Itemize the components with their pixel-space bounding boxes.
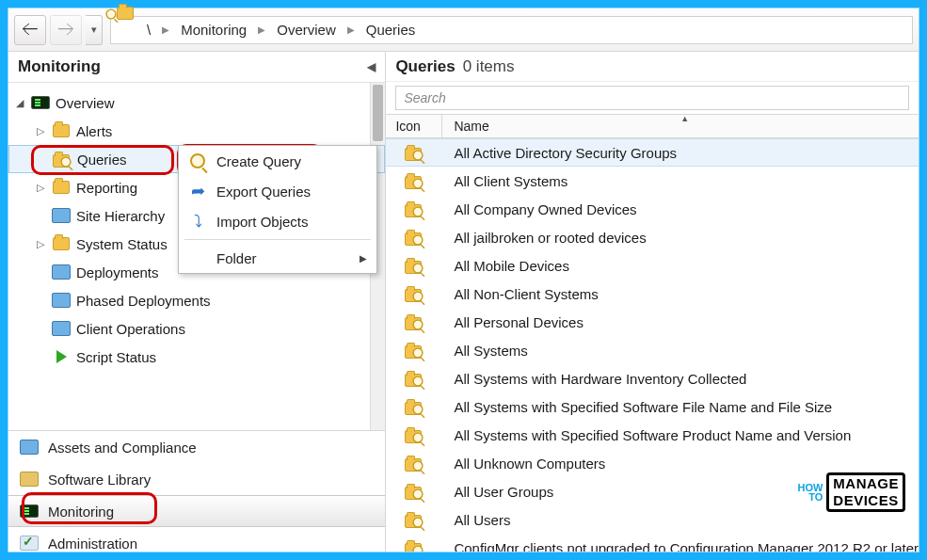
list-item[interactable]: All Active Directory Security Groups [386, 138, 919, 167]
chevron-right-icon: ▶ [256, 24, 267, 35]
workspace-switcher: Assets and Compliance Software Library M… [8, 430, 385, 552]
nav-label: Monitoring [48, 504, 114, 520]
tree-label: Script Status [76, 349, 156, 365]
results-list: All Active Directory Security GroupsAll … [386, 138, 919, 552]
search-input[interactable]: Search [395, 86, 909, 110]
monitoring-icon [18, 502, 40, 520]
queries-icon [117, 20, 137, 40]
list-item-label: All Non-Client Systems [442, 286, 919, 302]
query-icon [386, 511, 442, 528]
collapse-pane-icon[interactable]: ◀ [367, 60, 376, 73]
back-button[interactable]: 🡠 [14, 15, 46, 45]
tree-node-script-status[interactable]: Script Status [8, 343, 385, 371]
address-bar[interactable]: \ ▶ Monitoring ▶ Overview ▶ Queries [110, 16, 913, 44]
tree-label: System Status [76, 236, 168, 252]
blank-icon [188, 248, 207, 267]
tree-node-overview[interactable]: ◢ Overview [8, 88, 385, 117]
phased-deployments-icon [52, 291, 71, 310]
column-header-name[interactable]: Name ▲ [442, 115, 919, 137]
forward-button[interactable]: 🡢 [50, 15, 82, 45]
library-icon [18, 470, 40, 488]
nav-assets-and-compliance[interactable]: Assets and Compliance [8, 431, 385, 463]
query-icon [386, 285, 442, 302]
queries-icon [53, 150, 72, 168]
tree-node-alerts[interactable]: ▷ Alerts [8, 117, 385, 145]
breadcrumb-root[interactable]: \ [147, 22, 151, 38]
nav-administration[interactable]: Administration [8, 527, 385, 559]
query-icon [386, 342, 442, 359]
import-icon: ⤵ [188, 212, 207, 231]
query-icon [386, 483, 442, 500]
list-item[interactable]: All Non-Client Systems [386, 280, 919, 308]
results-title: Queries [395, 57, 455, 76]
list-item-label: All User Groups [442, 484, 919, 500]
tree-node-phased-deployments[interactable]: Phased Deployments [8, 286, 385, 314]
list-item-label: All Systems with Specified Software File… [442, 399, 919, 415]
menu-item-import-objects[interactable]: ⤵ Import Objects [179, 206, 376, 236]
breadcrumb-monitoring[interactable]: Monitoring [181, 22, 247, 38]
list-item[interactable]: All Mobile Devices [386, 251, 919, 280]
tree-label: Deployments [76, 264, 159, 280]
list-item[interactable]: All Systems [386, 336, 919, 364]
breadcrumb-queries[interactable]: Queries [366, 22, 416, 38]
query-icon [386, 370, 442, 387]
tree-label: Queries [77, 152, 127, 168]
query-icon [386, 257, 442, 274]
assets-icon [18, 438, 40, 456]
list-item[interactable]: All Systems with Specified Software Prod… [386, 421, 919, 449]
list-item[interactable]: All User Groups [386, 477, 919, 505]
list-item[interactable]: All Client Systems [386, 167, 919, 195]
menu-item-export-queries[interactable]: ➦ Export Queries [179, 176, 376, 206]
list-item[interactable]: All Systems with Specified Software File… [386, 392, 919, 421]
query-icon [386, 172, 442, 189]
list-item[interactable]: All Systems with Hardware Inventory Coll… [386, 364, 919, 392]
tree-label: Site Hierarchy [76, 208, 165, 224]
nav-monitoring[interactable]: Monitoring [8, 495, 385, 527]
list-item[interactable]: All Users [386, 505, 919, 534]
menu-label: Export Queries [216, 184, 311, 200]
list-item-label: All Client Systems [442, 173, 919, 189]
history-dropdown[interactable]: ▾ [86, 15, 103, 45]
list-item-label: All Active Directory Security Groups [442, 145, 919, 161]
list-item[interactable]: All Unknown Computers [386, 449, 919, 477]
nav-software-library[interactable]: Software Library [8, 463, 385, 495]
menu-item-folder[interactable]: Folder ▶ [179, 243, 376, 273]
expander-icon[interactable]: ▷ [35, 182, 46, 194]
nav-pane-title: Monitoring [18, 57, 101, 76]
column-header-icon[interactable]: Icon [386, 115, 442, 137]
administration-icon [18, 534, 40, 552]
list-item[interactable]: All Company Owned Devices [386, 195, 919, 223]
menu-label: Import Objects [216, 214, 309, 230]
results-header: Queries 0 items [386, 52, 919, 82]
expander-icon[interactable]: ▷ [35, 238, 46, 250]
menu-item-create-query[interactable]: Create Query [179, 146, 376, 176]
menu-separator [184, 239, 371, 240]
nav-pane-header: Monitoring ◀ [8, 52, 385, 82]
folder-icon [52, 178, 71, 197]
tree-label: Client Operations [76, 321, 185, 337]
toolbar: 🡠 🡢 ▾ \ ▶ Monitoring ▶ Overview ▶ Querie… [8, 8, 919, 52]
list-item-label: All Systems [442, 343, 919, 359]
list-item[interactable]: All jailbroken or rooted devices [386, 223, 919, 251]
list-item-label: ConfigMgr clients not upgraded to Config… [442, 540, 919, 552]
list-item-label: All Systems with Specified Software Prod… [442, 427, 919, 443]
expander-icon[interactable]: ▷ [35, 125, 46, 137]
tree-node-client-operations[interactable]: Client Operations [8, 314, 385, 343]
menu-label: Folder [216, 250, 257, 266]
list-item[interactable]: ConfigMgr clients not upgraded to Config… [386, 534, 919, 552]
list-item[interactable]: All Personal Devices [386, 308, 919, 336]
query-icon [386, 144, 442, 161]
list-item-label: All Personal Devices [442, 314, 919, 330]
main-split: Monitoring ◀ ◢ Overview ▷ Alert [8, 52, 919, 552]
list-item-label: All Unknown Computers [442, 456, 919, 472]
list-item-label: All Company Owned Devices [442, 201, 919, 217]
context-menu: Create Query ➦ Export Queries ⤵ Import O… [178, 145, 377, 274]
query-icon [386, 426, 442, 443]
breadcrumb-overview[interactable]: Overview [277, 22, 336, 38]
tree-label: Overview [56, 95, 115, 111]
tree-label: Reporting [76, 180, 137, 196]
query-icon [386, 455, 442, 472]
sort-ascending-icon: ▲ [680, 114, 689, 123]
expander-icon[interactable]: ◢ [14, 97, 25, 109]
folder-icon [52, 234, 71, 253]
